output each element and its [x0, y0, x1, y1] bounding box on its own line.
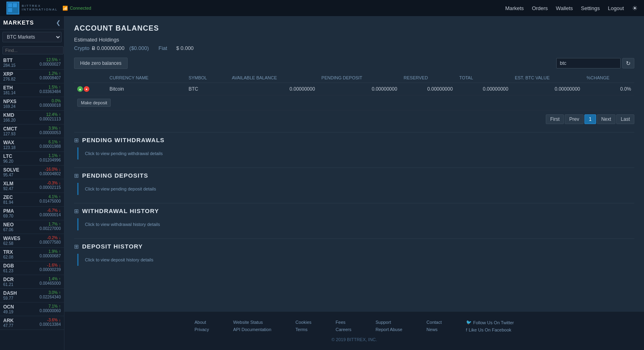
market-item-right: -0.2% ↓ 0.00077580	[39, 236, 61, 244]
market-item[interactable]: OCN 49.19 7.1% ↑ 0.00000060	[0, 302, 64, 316]
market-item-left: WAX 123.18	[3, 140, 16, 150]
market-item-left: ZEC 81.94	[3, 195, 13, 205]
market-item[interactable]: ZEC 81.94 4.1% ↑ 0.01475000	[0, 193, 64, 207]
market-btc-value: 0.00000687	[39, 254, 61, 258]
nav-settings[interactable]: Settings	[581, 5, 600, 11]
market-name: XLM	[3, 181, 13, 186]
pending-withdrawals-header[interactable]: ⊞ PENDING WITHDRAWALS	[74, 132, 634, 147]
market-btc-value: 0.00001988	[39, 144, 61, 149]
nav-orders[interactable]: Orders	[532, 5, 548, 11]
market-item[interactable]: LTC 96.20 1.1% ↑ 0.01204996	[0, 152, 64, 166]
estimated-holdings: Estimated Holdings Crypto Ƀ 0.00000000 (…	[74, 37, 634, 51]
footer-link[interactable]: Website Status	[233, 320, 271, 325]
market-item[interactable]: PMA 69.70 -6.7% ↓ 0.00000014	[0, 207, 64, 220]
withdrawal-history-link[interactable]: Click to view withdrawal history details	[85, 222, 160, 227]
market-price: 69.70	[3, 214, 14, 218]
market-item-right: -16.0% ↓ 0.00004802	[39, 167, 61, 176]
market-item[interactable]: ETH 181.14 1.5% ↑ 0.03363484	[0, 83, 64, 97]
market-item[interactable]: NEO 67.06 1.7% ↑ 0.00227000	[0, 220, 64, 234]
withdrawal-history-section: ⊞ WITHDRAWAL HISTORY Click to view withd…	[74, 203, 634, 230]
search-filter: ↻	[556, 58, 634, 68]
market-item[interactable]: KMD 166.20 12.4% ↑ 0.00021113	[0, 111, 64, 124]
th-pending-deposit: PENDING DEPOSIT	[318, 73, 400, 83]
sidebar-header: MARKETS ❮	[0, 16, 64, 29]
market-item[interactable]: DGB 61.23 -1.6% ↓ 0.00000239	[0, 261, 64, 275]
market-item[interactable]: DCR 61.21 1.4% ↑ 0.00465000	[0, 275, 64, 289]
pending-deposits-link[interactable]: Click to view pending deposit details	[85, 186, 156, 191]
pending-deposits-header[interactable]: ⊞ PENDING DEPOSITS	[74, 168, 634, 183]
last-page-button[interactable]: Last	[616, 114, 634, 124]
balance-filter-input[interactable]	[556, 58, 621, 68]
footer-link[interactable]: Fees	[336, 320, 351, 325]
footer-link[interactable]: API Documentation	[233, 327, 271, 332]
market-item[interactable]: BTT 284.15 12.5% ↑ 0.00000027	[0, 56, 64, 70]
footer-link[interactable]: Cookies	[295, 320, 312, 325]
table-row: ▲ ● Bitcoin BTC 0.00000000 0.00000000 0.…	[74, 83, 634, 95]
market-item[interactable]: ARK 47.77 -3.6% ↓ 0.00013384	[0, 316, 64, 330]
footer-link[interactable]: About	[194, 320, 209, 325]
withdraw-icon[interactable]: ●	[84, 86, 89, 92]
footer-link[interactable]: Support	[376, 320, 402, 325]
footer-link[interactable]: Terms	[295, 327, 312, 332]
market-item-left: BTT 284.15	[3, 58, 16, 68]
market-change: 7.1% ↑	[48, 304, 61, 309]
footer-link[interactable]: Report Abuse	[376, 327, 402, 332]
make-deposit-button[interactable]: Make deposit	[77, 99, 111, 107]
market-item-left: XLM 92.47	[3, 181, 13, 191]
market-price: 61.21	[3, 282, 14, 287]
deposit-icon[interactable]: ▲	[77, 86, 83, 92]
footer-link[interactable]: Contact	[427, 320, 442, 325]
market-item[interactable]: NPXS 169.24 0.0% 0.00000018	[0, 97, 64, 111]
withdrawal-history-header[interactable]: ⊞ WITHDRAWAL HISTORY	[74, 203, 634, 218]
next-page-button[interactable]: Next	[597, 114, 616, 124]
deposit-history-title: DEPOSIT HISTORY	[82, 243, 143, 250]
hide-zero-button[interactable]: Hide zero balances	[74, 58, 128, 69]
pending-withdrawals-link[interactable]: Click to view pending withdrawal details	[85, 151, 163, 156]
nav-wallets[interactable]: Wallets	[556, 5, 573, 11]
pending-withdrawals-content: Click to view pending withdrawal details	[77, 147, 634, 159]
market-change: 1.5% ↑	[48, 85, 61, 89]
logo-text: BITTREX INTERNATIONAL	[22, 4, 58, 12]
market-item[interactable]: WAX 123.18 6.1% ↑ 0.00001988	[0, 138, 64, 152]
fiat-holding: Fiat $ 0.000	[159, 45, 194, 51]
market-item-left: SOLVE 95.47	[3, 167, 19, 177]
market-item[interactable]: XLM 92.47 -0.3% ↓ 0.00002115	[0, 179, 64, 193]
footer-link[interactable]: Careers	[336, 327, 351, 332]
social-link[interactable]: 🐦Follow Us On Twitter	[466, 320, 514, 325]
deposit-history-header[interactable]: ⊞ DEPOSIT HISTORY	[74, 238, 634, 254]
deposit-history-link[interactable]: Click to view deposit history details	[85, 257, 153, 262]
current-page-button[interactable]: 1	[584, 114, 596, 124]
market-item[interactable]: DASH 59.77 3.0% ↑ 0.02264340	[0, 289, 64, 302]
nav-logout[interactable]: Logout	[608, 5, 624, 11]
market-item[interactable]: SOLVE 95.47 -16.0% ↓ 0.00004802	[0, 166, 64, 179]
nav-markets[interactable]: Markets	[505, 5, 524, 11]
pending-deposit: 0.00000000	[318, 83, 400, 95]
footer-link[interactable]: News	[427, 327, 442, 332]
th-icons	[74, 73, 106, 83]
market-name: DASH	[3, 290, 17, 296]
prev-page-button[interactable]: Prev	[565, 114, 584, 124]
market-item[interactable]: WAVES 62.58 -0.2% ↓ 0.00077580	[0, 234, 64, 248]
market-item[interactable]: CMCT 127.93 3.9% ↑ 0.00000053	[0, 124, 64, 138]
market-select[interactable]: BTC Markets	[2, 32, 62, 42]
refresh-button[interactable]: ↻	[622, 58, 634, 68]
footer-col: ContactNews	[427, 320, 442, 332]
market-item[interactable]: XRP 276.82 1.2% ↑ 0.00008407	[0, 70, 64, 83]
market-btc-value: 0.02264340	[39, 295, 61, 299]
footer-col: CookiesTerms	[295, 320, 312, 332]
market-item-right: 12.5% ↑ 0.00000027	[39, 58, 61, 66]
market-search-input[interactable]	[2, 46, 64, 54]
market-name: ARK	[3, 318, 14, 323]
social-link[interactable]: fLike Us On Facebook	[466, 327, 514, 332]
market-item-right: 1.5% ↑ 0.03363484	[39, 85, 61, 94]
market-item-right: 12.4% ↑ 0.00021113	[39, 112, 61, 121]
market-item[interactable]: TRX 62.08 1.9% ↑ 0.00000687	[0, 248, 64, 261]
market-item-left: NPXS 169.24	[3, 99, 17, 109]
first-page-button[interactable]: First	[546, 114, 564, 124]
market-name: DGB	[3, 263, 14, 269]
sidebar-collapse-btn[interactable]: ❮	[56, 19, 61, 26]
footer-link[interactable]: Privacy	[194, 327, 209, 332]
content-area: ACCOUNT BALANCES Estimated Holdings Cryp…	[64, 16, 644, 312]
logo-icon	[6, 2, 19, 14]
theme-icon[interactable]: ☀	[632, 4, 638, 12]
